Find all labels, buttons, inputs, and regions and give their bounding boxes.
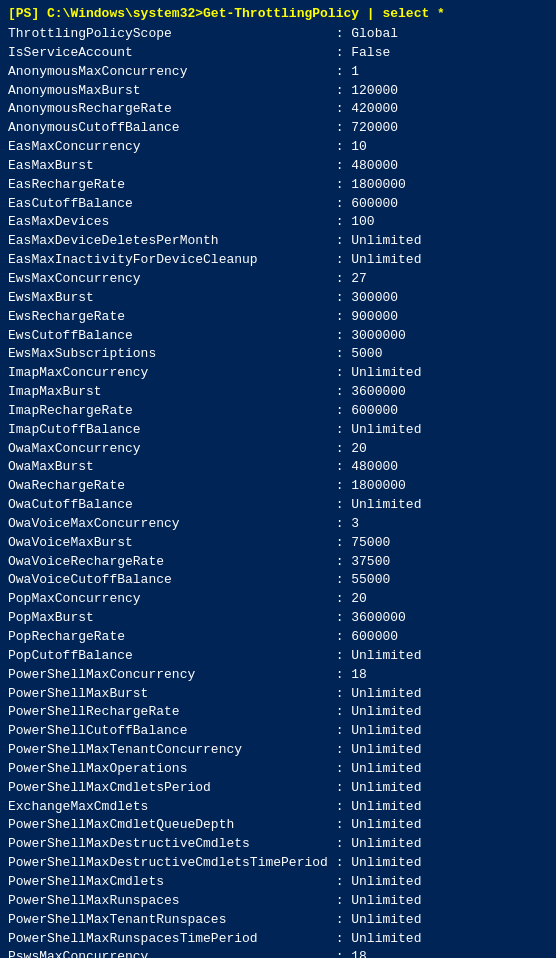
output-line: PopCutoffBalance : Unlimited xyxy=(8,647,548,666)
line-key: PowerShellMaxCmdletQueueDepth xyxy=(8,817,336,832)
line-key: OwaRechargeRate xyxy=(8,478,336,493)
line-value: : 10 xyxy=(336,139,367,154)
line-key: OwaVoiceRechargeRate xyxy=(8,554,336,569)
line-key: EasMaxBurst xyxy=(8,158,336,173)
output-line: ExchangeMaxCmdlets : Unlimited xyxy=(8,798,548,817)
line-value: : 37500 xyxy=(336,554,391,569)
output-line: EasRechargeRate : 1800000 xyxy=(8,176,548,195)
line-key: PowerShellMaxDestructiveCmdlets xyxy=(8,836,336,851)
line-key: PowerShellMaxRunspaces xyxy=(8,893,336,908)
output-line: PowerShellMaxOperations : Unlimited xyxy=(8,760,548,779)
line-key: ImapCutoffBalance xyxy=(8,422,336,437)
line-key: ExchangeMaxCmdlets xyxy=(8,799,336,814)
line-value: : Unlimited xyxy=(336,252,422,267)
line-key: PswsMaxConcurrency xyxy=(8,949,336,958)
output-line: OwaMaxBurst : 480000 xyxy=(8,458,548,477)
line-value: : 3 xyxy=(336,516,359,531)
line-value: : 75000 xyxy=(336,535,391,550)
line-value: : 1 xyxy=(336,64,359,79)
terminal-window: [PS] C:\Windows\system32>Get-ThrottlingP… xyxy=(4,4,552,958)
output-line: EasMaxInactivityForDeviceCleanup : Unlim… xyxy=(8,251,548,270)
output-line: EasMaxDeviceDeletesPerMonth : Unlimited xyxy=(8,232,548,251)
line-value: : 480000 xyxy=(336,459,398,474)
line-value: : 55000 xyxy=(336,572,391,587)
line-key: OwaMaxBurst xyxy=(8,459,336,474)
line-key: EasMaxInactivityForDeviceCleanup xyxy=(8,252,336,267)
output-line: PowerShellCutoffBalance : Unlimited xyxy=(8,722,548,741)
line-key: PowerShellMaxConcurrency xyxy=(8,667,336,682)
output-line: ImapMaxConcurrency : Unlimited xyxy=(8,364,548,383)
line-value: : Unlimited xyxy=(336,780,422,795)
line-key: OwaCutoffBalance xyxy=(8,497,336,512)
prompt-line: [PS] C:\Windows\system32>Get-ThrottlingP… xyxy=(8,6,548,21)
output-line: AnonymousMaxBurst : 120000 xyxy=(8,82,548,101)
line-value: : Unlimited xyxy=(336,742,422,757)
line-key: EwsMaxBurst xyxy=(8,290,336,305)
line-key: IsServiceAccount xyxy=(8,45,336,60)
output-line: PowerShellMaxRunspaces : Unlimited xyxy=(8,892,548,911)
line-value: : Unlimited xyxy=(336,855,422,870)
line-key: ImapMaxConcurrency xyxy=(8,365,336,380)
output-line: OwaVoiceMaxBurst : 75000 xyxy=(8,534,548,553)
line-key: EasMaxConcurrency xyxy=(8,139,336,154)
line-key: PowerShellMaxBurst xyxy=(8,686,336,701)
line-value: : 1800000 xyxy=(336,177,406,192)
line-key: PopCutoffBalance xyxy=(8,648,336,663)
line-value: : Unlimited xyxy=(336,233,422,248)
line-key: PopMaxConcurrency xyxy=(8,591,336,606)
line-value: : 20 xyxy=(336,441,367,456)
line-key: EasMaxDeviceDeletesPerMonth xyxy=(8,233,336,248)
line-value: : Unlimited xyxy=(336,686,422,701)
line-value: : Unlimited xyxy=(336,648,422,663)
line-key: AnonymousMaxBurst xyxy=(8,83,336,98)
output-line: ThrottlingPolicyScope : Global xyxy=(8,25,548,44)
line-value: : 480000 xyxy=(336,158,398,173)
line-key: PowerShellMaxTenantRunspaces xyxy=(8,912,336,927)
line-value: : Unlimited xyxy=(336,704,422,719)
output-line: PowerShellMaxCmdletsPeriod : Unlimited xyxy=(8,779,548,798)
output-line: EwsCutoffBalance : 3000000 xyxy=(8,327,548,346)
output-line: EasMaxDevices : 100 xyxy=(8,213,548,232)
line-key: PowerShellMaxTenantConcurrency xyxy=(8,742,336,757)
output-line: EasCutoffBalance : 600000 xyxy=(8,195,548,214)
output-line: OwaCutoffBalance : Unlimited xyxy=(8,496,548,515)
line-key: EwsMaxSubscriptions xyxy=(8,346,336,361)
output-line: PopRechargeRate : 600000 xyxy=(8,628,548,647)
line-key: ImapRechargeRate xyxy=(8,403,336,418)
output-line: AnonymousRechargeRate : 420000 xyxy=(8,100,548,119)
line-value: : 18 xyxy=(336,949,367,958)
line-value: : 3600000 xyxy=(336,610,406,625)
line-value: : 5000 xyxy=(336,346,383,361)
line-value: : 600000 xyxy=(336,629,398,644)
line-value: : 3000000 xyxy=(336,328,406,343)
line-value: : Unlimited xyxy=(336,761,422,776)
line-key: PowerShellMaxCmdlets xyxy=(8,874,336,889)
output-line: PowerShellMaxConcurrency : 18 xyxy=(8,666,548,685)
output-line: PowerShellMaxCmdletQueueDepth : Unlimite… xyxy=(8,816,548,835)
line-key: EwsRechargeRate xyxy=(8,309,336,324)
line-value: : Unlimited xyxy=(336,836,422,851)
line-key: PowerShellMaxCmdletsPeriod xyxy=(8,780,336,795)
output-line: EasMaxConcurrency : 10 xyxy=(8,138,548,157)
line-value: : 600000 xyxy=(336,196,398,211)
output-line: OwaVoiceCutoffBalance : 55000 xyxy=(8,571,548,590)
line-value: : 420000 xyxy=(336,101,398,116)
output-line: ImapMaxBurst : 3600000 xyxy=(8,383,548,402)
output-line: OwaVoiceMaxConcurrency : 3 xyxy=(8,515,548,534)
line-value: : 27 xyxy=(336,271,367,286)
line-value: : 120000 xyxy=(336,83,398,98)
output-line: PowerShellMaxBurst : Unlimited xyxy=(8,685,548,704)
output-line: PowerShellMaxTenantRunspaces : Unlimited xyxy=(8,911,548,930)
output-line: AnonymousCutoffBalance : 720000 xyxy=(8,119,548,138)
output-line: EasMaxBurst : 480000 xyxy=(8,157,548,176)
output-line: ImapRechargeRate : 600000 xyxy=(8,402,548,421)
line-key: PopRechargeRate xyxy=(8,629,336,644)
line-value: : Unlimited xyxy=(336,893,422,908)
line-key: OwaVoiceMaxConcurrency xyxy=(8,516,336,531)
line-key: AnonymousRechargeRate xyxy=(8,101,336,116)
line-value: : 3600000 xyxy=(336,384,406,399)
output-line: PopMaxConcurrency : 20 xyxy=(8,590,548,609)
line-value: : Unlimited xyxy=(336,931,422,946)
line-value: : 720000 xyxy=(336,120,398,135)
output-line: PowerShellMaxDestructiveCmdletsTimePerio… xyxy=(8,854,548,873)
